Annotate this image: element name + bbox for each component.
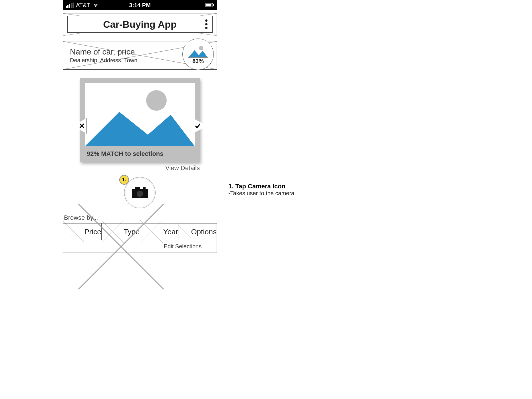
svg-marker-8 [188,50,207,57]
browse-tab-label: Year [163,227,178,236]
browse-tab-options[interactable]: Options [178,223,217,240]
edit-selections-label: Edit Selections [164,243,201,250]
accept-button[interactable] [193,118,207,134]
annotation-note: 1. Tap Camera Icon -Takes user to the ca… [228,183,342,197]
view-details-link[interactable]: View Details [80,164,200,172]
carrier-label: AT&T [76,2,90,9]
svg-point-7 [199,46,203,50]
clock: 3:14 PM [129,2,151,9]
browse-tab-label: Options [191,227,217,236]
annotation-title: 1. Tap Camera Icon [228,183,342,190]
car-subtitle: Dealership, Address, Town [70,57,137,64]
app-title: Car-Buying App [103,19,177,30]
car-name: Name of car, price [70,47,137,57]
main-match-card: 92% MATCH to selections [80,78,200,162]
kebab-menu-icon[interactable] [205,19,207,29]
svg-rect-1 [206,4,211,6]
edit-selections-button[interactable]: Edit Selections [63,240,217,253]
match-thumbnail[interactable]: 83% [182,39,214,70]
app-header: Car-Buying App [63,13,217,36]
svg-rect-12 [135,187,140,190]
phone-mockup: AT&T 3:14 PM Car-Buying App Name of car,… [63,0,217,253]
car-info-row[interactable]: Name of car, price Dealership, Address, … [63,41,217,70]
svg-point-14 [137,191,143,197]
camera-icon [131,185,149,200]
svg-point-9 [146,90,167,111]
image-placeholder-icon [188,44,208,58]
svg-marker-10 [85,112,195,146]
svg-rect-13 [143,187,146,190]
signal-icon [66,3,74,8]
annotation-body: -Takes user to the camera [228,190,342,197]
status-bar: AT&T 3:14 PM [63,0,217,10]
svg-rect-2 [213,4,214,6]
wifi-icon [92,1,99,9]
thumbnail-percent: 83% [192,58,204,65]
annotation-marker: 1. [119,175,129,185]
reject-button[interactable] [72,118,87,134]
battery-icon [205,2,214,9]
image-placeholder-icon [85,83,195,146]
match-text: 92% MATCH to selections [85,146,195,159]
